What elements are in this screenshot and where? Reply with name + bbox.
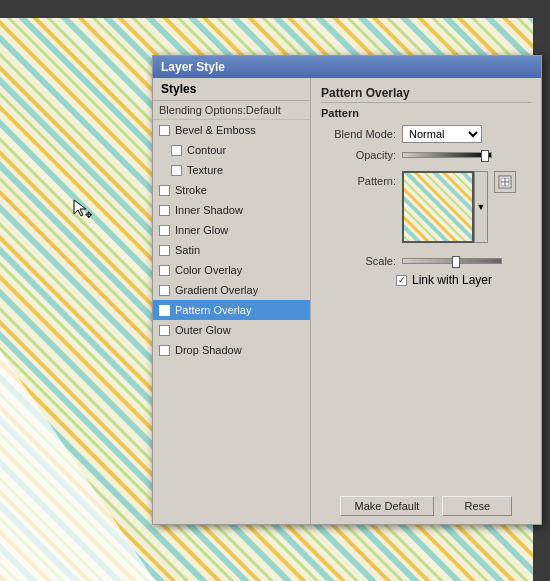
layer-effects-list: Bevel & Emboss Contour Texture Stroke In… [153, 120, 310, 524]
section-title: Pattern Overlay [321, 86, 531, 103]
list-item-pattern-overlay[interactable]: Pattern Overlay [153, 300, 310, 320]
opacity-thumb[interactable] [481, 150, 489, 162]
opacity-row: Opacity: [321, 149, 531, 161]
dialog-title: Layer Style [161, 60, 225, 74]
layer-style-dialog: Layer Style Styles Blending Options:Defa… [152, 55, 542, 525]
label-contour: Contour [187, 144, 226, 156]
svg-rect-9 [0, 0, 550, 18]
pattern-label: Pattern: [321, 175, 396, 187]
label-gradient-overlay: Gradient Overlay [175, 284, 258, 296]
scale-thumb[interactable] [452, 256, 460, 268]
blend-mode-label: Blend Mode: [321, 128, 396, 140]
button-row: Make Default Rese [321, 488, 531, 516]
list-item-bevel-emboss[interactable]: Bevel & Emboss [153, 120, 310, 140]
checkbox-inner-shadow[interactable] [159, 205, 170, 216]
pattern-preview-container: ▼ [402, 171, 516, 243]
checkbox-gradient-overlay[interactable] [159, 285, 170, 296]
dialog-titlebar: Layer Style [153, 56, 541, 78]
label-drop-shadow: Drop Shadow [175, 344, 242, 356]
styles-header: Styles [153, 78, 310, 101]
checkbox-inner-glow[interactable] [159, 225, 170, 236]
checkbox-contour[interactable] [171, 145, 182, 156]
scale-slider[interactable] [402, 258, 502, 264]
list-item-drop-shadow[interactable]: Drop Shadow [153, 340, 310, 360]
label-inner-shadow: Inner Shadow [175, 204, 243, 216]
list-item-satin[interactable]: Satin [153, 240, 310, 260]
svg-rect-18 [404, 173, 472, 241]
reset-button[interactable]: Rese [442, 496, 512, 516]
make-default-button[interactable]: Make Default [340, 496, 435, 516]
list-item-outer-glow[interactable]: Outer Glow [153, 320, 310, 340]
list-item-texture[interactable]: Texture [153, 160, 310, 180]
right-panel: Pattern Overlay Pattern Blend Mode: Norm… [311, 78, 541, 524]
label-pattern-overlay: Pattern Overlay [175, 304, 251, 316]
blend-mode-select[interactable]: Normal Multiply Screen Overlay [402, 125, 482, 143]
scale-label: Scale: [321, 255, 396, 267]
list-item-color-overlay[interactable]: Color Overlay [153, 260, 310, 280]
pattern-extra-button[interactable] [494, 171, 516, 193]
opacity-label: Opacity: [321, 149, 396, 161]
list-item-inner-shadow[interactable]: Inner Shadow [153, 200, 310, 220]
list-item-stroke[interactable]: Stroke [153, 180, 310, 200]
label-satin: Satin [175, 244, 200, 256]
label-color-overlay: Color Overlay [175, 264, 242, 276]
label-inner-glow: Inner Glow [175, 224, 228, 236]
dialog-content: Styles Blending Options:Default Bevel & … [153, 78, 541, 524]
checkbox-bevel-emboss[interactable] [159, 125, 170, 136]
checkbox-pattern-overlay[interactable] [159, 305, 170, 316]
list-item-contour[interactable]: Contour [153, 140, 310, 160]
label-bevel-emboss: Bevel & Emboss [175, 124, 256, 136]
blending-options-header[interactable]: Blending Options:Default [153, 101, 310, 120]
link-with-layer-checkbox[interactable] [396, 275, 407, 286]
scale-row: Scale: [321, 255, 531, 267]
pattern-row: Pattern: [321, 171, 531, 249]
checkbox-color-overlay[interactable] [159, 265, 170, 276]
blend-mode-row: Blend Mode: Normal Multiply Screen Overl… [321, 125, 531, 143]
checkbox-outer-glow[interactable] [159, 325, 170, 336]
checkbox-stroke[interactable] [159, 185, 170, 196]
link-with-layer-label: Link with Layer [412, 273, 492, 287]
label-stroke: Stroke [175, 184, 207, 196]
checkbox-satin[interactable] [159, 245, 170, 256]
checkbox-drop-shadow[interactable] [159, 345, 170, 356]
link-with-layer-row: Link with Layer [321, 273, 531, 287]
pattern-dropdown-button[interactable]: ▼ [474, 171, 488, 243]
list-item-gradient-overlay[interactable]: Gradient Overlay [153, 280, 310, 300]
checkbox-texture[interactable] [171, 165, 182, 176]
list-item-inner-glow[interactable]: Inner Glow [153, 220, 310, 240]
opacity-slider-container [402, 152, 531, 158]
label-texture: Texture [187, 164, 223, 176]
opacity-slider[interactable] [402, 152, 492, 158]
label-outer-glow: Outer Glow [175, 324, 231, 336]
left-panel: Styles Blending Options:Default Bevel & … [153, 78, 311, 524]
sub-section-title: Pattern [321, 107, 531, 119]
pattern-preview[interactable] [402, 171, 474, 243]
